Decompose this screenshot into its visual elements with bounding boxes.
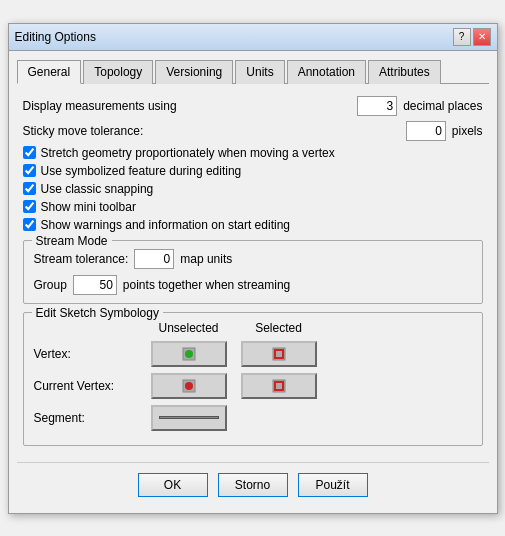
stream-mode-label: Stream Mode: [32, 234, 112, 248]
general-tab-content: Display measurements using 3 decimal pla…: [17, 92, 489, 458]
footer: OK Storno Použít: [17, 462, 489, 505]
col-selected-label: Selected: [234, 321, 324, 335]
svg-point-1: [185, 350, 193, 358]
checkbox-row-4: Show mini toolbar: [23, 200, 483, 214]
editing-options-window: Editing Options ? ✕ General Topology Ver…: [8, 23, 498, 514]
col-unselected-label: Unselected: [144, 321, 234, 335]
ok-button[interactable]: OK: [138, 473, 208, 497]
vertex-unsel-button[interactable]: [151, 341, 227, 367]
stream-tolerance-unit: map units: [180, 252, 232, 266]
segment-unsel-button[interactable]: [151, 405, 227, 431]
tab-attributes[interactable]: Attributes: [368, 60, 441, 84]
stream-mode-group: Stream Mode Stream tolerance: map units …: [23, 240, 483, 304]
checkbox-row-1: Stretch geometry proportionately when mo…: [23, 146, 483, 160]
stream-group-row: Group points together when streaming: [34, 275, 472, 295]
stream-tolerance-input[interactable]: [134, 249, 174, 269]
sticky-move-unit: pixels: [452, 124, 483, 138]
segment-line: [159, 416, 219, 419]
current-vertex-row: Current Vertex:: [34, 373, 472, 399]
stream-tolerance-label: Stream tolerance:: [34, 252, 129, 266]
checkbox-symbolized[interactable]: [23, 164, 36, 177]
cancel-button[interactable]: Storno: [218, 473, 288, 497]
segment-row: Segment:: [34, 405, 472, 431]
checkbox-mini-toolbar[interactable]: [23, 200, 36, 213]
sticky-move-row: Sticky move tolerance: pixels: [23, 121, 483, 141]
checkbox-stretch[interactable]: [23, 146, 36, 159]
checkbox-row-2: Use symbolized feature during editing: [23, 164, 483, 178]
tab-annotation[interactable]: Annotation: [287, 60, 366, 84]
sticky-move-input[interactable]: [406, 121, 446, 141]
current-vertex-sel-button[interactable]: [241, 373, 317, 399]
apply-button[interactable]: Použít: [298, 473, 368, 497]
checkbox-classic-snapping[interactable]: [23, 182, 36, 195]
stream-group-label: Group: [34, 278, 67, 292]
tab-bar: General Topology Versioning Units Annota…: [17, 59, 489, 84]
sketch-header: Unselected Selected: [34, 321, 472, 335]
close-button[interactable]: ✕: [473, 28, 491, 46]
help-button[interactable]: ?: [453, 28, 471, 46]
vertex-label: Vertex:: [34, 347, 144, 361]
measurements-input[interactable]: 3: [357, 96, 397, 116]
window-title: Editing Options: [15, 30, 96, 44]
measurements-row: Display measurements using 3 decimal pla…: [23, 96, 483, 116]
vertex-sel-button[interactable]: [241, 341, 317, 367]
tab-versioning[interactable]: Versioning: [155, 60, 233, 84]
stream-tolerance-row: Stream tolerance: map units: [34, 249, 472, 269]
segment-label: Segment:: [34, 411, 144, 425]
title-bar: Editing Options ? ✕: [9, 24, 497, 51]
stream-group-suffix: points together when streaming: [123, 278, 290, 292]
sticky-move-label: Sticky move tolerance:: [23, 124, 406, 138]
title-buttons: ? ✕: [453, 28, 491, 46]
svg-point-5: [185, 382, 193, 390]
measurements-label: Display measurements using: [23, 99, 358, 113]
vertex-row: Vertex:: [34, 341, 472, 367]
tab-units[interactable]: Units: [235, 60, 284, 84]
checkbox-stretch-label: Stretch geometry proportionately when mo…: [41, 146, 335, 160]
checkbox-warnings[interactable]: [23, 218, 36, 231]
checkbox-symbolized-label: Use symbolized feature during editing: [41, 164, 242, 178]
sketch-symbology-label: Edit Sketch Symbology: [32, 306, 163, 320]
current-vertex-label: Current Vertex:: [34, 379, 144, 393]
measurements-unit: decimal places: [403, 99, 482, 113]
checkbox-row-5: Show warnings and information on start e…: [23, 218, 483, 232]
sketch-symbology-group: Edit Sketch Symbology Unselected Selecte…: [23, 312, 483, 446]
checkbox-row-3: Use classic snapping: [23, 182, 483, 196]
tab-general[interactable]: General: [17, 60, 82, 84]
dialog-content: General Topology Versioning Units Annota…: [9, 51, 497, 513]
checkbox-warnings-label: Show warnings and information on start e…: [41, 218, 290, 232]
checkbox-mini-toolbar-label: Show mini toolbar: [41, 200, 136, 214]
checkbox-classic-snapping-label: Use classic snapping: [41, 182, 154, 196]
current-vertex-unsel-button[interactable]: [151, 373, 227, 399]
tab-topology[interactable]: Topology: [83, 60, 153, 84]
stream-group-input[interactable]: [73, 275, 117, 295]
